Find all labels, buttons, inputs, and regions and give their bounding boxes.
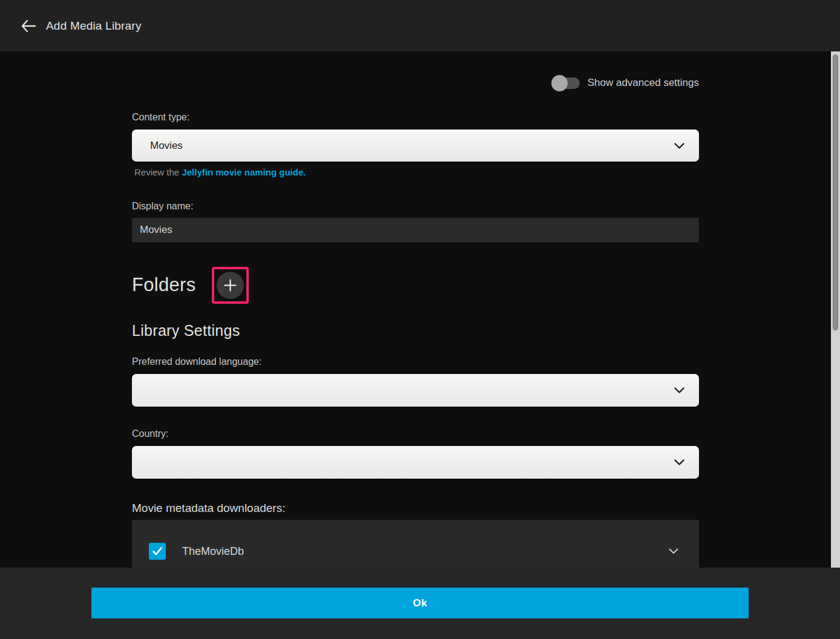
scrollbar-track[interactable] — [831, 51, 840, 568]
arrow-left-icon — [20, 19, 36, 33]
themoviedb-label: TheMovieDb — [182, 545, 669, 558]
scrollbar-thumb[interactable] — [833, 54, 838, 330]
content-type-select[interactable]: Movies — [132, 129, 699, 162]
preferred-language-select[interactable] — [132, 374, 699, 407]
helper-prefix: Review the — [134, 167, 182, 177]
page-title: Add Media Library — [46, 19, 142, 33]
folders-heading: Folders — [132, 274, 195, 296]
content-type-label: Content type: — [132, 112, 699, 123]
add-folder-button[interactable] — [212, 267, 249, 304]
chevron-down-icon — [674, 459, 684, 465]
naming-guide-link[interactable]: Jellyfin movie naming guide — [182, 167, 303, 177]
metadata-downloaders-panel: TheMovieDb — [132, 520, 699, 568]
back-button[interactable] — [16, 14, 40, 38]
toggle-knob — [551, 75, 568, 91]
show-advanced-settings-toggle[interactable] — [552, 77, 580, 89]
advanced-settings-row: Show advanced settings — [132, 74, 699, 91]
country-select[interactable] — [132, 446, 699, 479]
content-type-value: Movies — [150, 140, 674, 152]
dialog-footer: Ok — [0, 568, 840, 639]
folders-section: Folders — [132, 266, 699, 304]
chevron-down-icon — [674, 387, 684, 393]
library-settings-heading: Library Settings — [132, 322, 699, 340]
preferred-language-label: Preferred download language: — [132, 356, 699, 368]
add-folder-button-circle — [217, 272, 244, 299]
check-icon — [152, 546, 163, 556]
ok-button[interactable]: Ok — [91, 588, 749, 618]
chevron-down-icon — [669, 546, 678, 557]
themoviedb-checkbox[interactable] — [149, 543, 166, 560]
country-label: Country: — [132, 428, 699, 440]
metadata-downloader-row[interactable]: TheMovieDb — [132, 543, 699, 560]
dialog-content: Show advanced settings Content type: Mov… — [0, 51, 840, 568]
helper-suffix: . — [303, 167, 306, 177]
show-advanced-settings-label: Show advanced settings — [588, 77, 699, 89]
chevron-down-icon — [674, 143, 684, 149]
naming-guide-helper: Review the Jellyfin movie naming guide. — [132, 167, 699, 178]
display-name-input[interactable] — [132, 218, 699, 242]
title-bar: Add Media Library — [0, 0, 840, 51]
plus-icon — [224, 279, 237, 292]
metadata-downloaders-label: Movie metadata downloaders: — [132, 502, 699, 515]
display-name-label: Display name: — [132, 201, 699, 212]
